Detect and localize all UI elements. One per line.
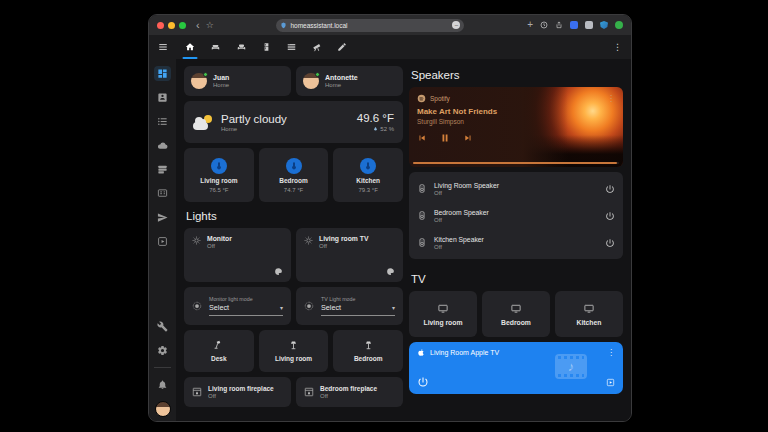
sidebar-item-dashboard[interactable] [154,66,171,81]
new-tab-icon[interactable]: + [527,20,533,30]
desk-lamp-icon [213,340,224,351]
zoom-window-button[interactable] [179,22,186,29]
bookmark-star-icon[interactable]: ☆ [206,21,214,30]
extension-icon-shield[interactable] [600,21,608,29]
light-card-monitor[interactable]: Monitor Off [184,228,291,282]
light-card-desk[interactable]: Desk [184,330,254,372]
tv-card-kitchen[interactable]: Kitchen [555,291,623,337]
history-icon[interactable] [540,21,548,29]
tab-living-room[interactable] [210,35,221,59]
power-toggle-button[interactable] [605,211,615,221]
thermometer-icon [360,158,376,174]
tab-telescope[interactable] [312,35,322,59]
close-window-button[interactable] [157,22,164,29]
dashboard-icon [157,68,168,79]
temp-card-bedroom[interactable]: Bedroom 74.7 °F [259,148,329,202]
sidebar-item-automations[interactable] [154,210,171,225]
speaker-row-living-room[interactable]: Living Room Speaker Off [417,175,615,202]
status-dot [203,72,208,77]
temp-value: 79.3 °F [358,187,377,193]
sidebar-item-developer-tools[interactable] [154,319,171,334]
power-toggle-button[interactable] [605,184,615,194]
device-grid-icon [157,188,168,199]
light-name: Bedroom [354,355,383,362]
person-card-antonette[interactable]: Antonette Home [296,66,403,96]
sidebar-item-logbook[interactable] [154,114,171,129]
sidebar-item-cloud[interactable] [154,138,171,153]
apple-tv-power-button[interactable] [417,376,429,388]
sidebar-item-settings[interactable] [154,343,171,358]
apple-tv-browse-media-button[interactable] [606,378,615,387]
tv-room-name: Kitchen [577,319,602,326]
right-column: Speakers Spotify ⋮ Make Art Not Friends … [409,66,623,415]
speaker-name: Bedroom Speaker [434,209,489,216]
power-toggle-button[interactable] [605,238,615,248]
pause-button[interactable] [439,132,451,144]
share-icon[interactable] [555,21,563,29]
tv-icon [510,303,522,314]
person-card-juan[interactable]: Juan Home [184,66,291,96]
select-input[interactable]: Select ▾ [209,303,283,312]
weather-card[interactable]: Partly cloudy Home 49.6 °F 52 % [184,101,403,143]
previous-track-button[interactable] [417,133,427,143]
temp-value: 76.5 °F [209,187,228,193]
spotify-media-player-card[interactable]: Spotify ⋮ Make Art Not Friends Sturgill … [409,87,623,167]
address-bar[interactable]: homeassistant.local – [276,19,464,32]
overflow-menu-icon[interactable]: ⋮ [613,42,622,52]
next-track-button[interactable] [463,133,473,143]
sidebar-item-devices[interactable] [154,186,171,201]
light-card-living-room[interactable]: Living room [259,330,329,372]
color-palette-icon[interactable] [386,267,395,276]
person-name: Antonette [325,74,358,81]
media-progress-bar[interactable] [413,162,619,164]
permissions-icon[interactable]: – [452,21,460,29]
temp-card-living-room[interactable]: Living room 76.5 °F [184,148,254,202]
fireplace-card-living-room[interactable]: Living room fireplace Off [184,377,291,407]
tab-appliances[interactable] [262,35,271,59]
color-palette-icon[interactable] [274,267,283,276]
brightness-mode-icon [192,301,202,311]
extension-icon-gray[interactable] [585,21,593,29]
temp-room: Kitchen [356,177,380,184]
extension-icon-blue[interactable] [570,21,578,29]
fireplace-icon [192,387,202,397]
apple-tv-kebab-icon[interactable]: ⋮ [607,348,615,357]
tab-edit[interactable] [337,35,347,59]
select-input[interactable]: Select ▾ [321,303,395,312]
ha-top-nav: ⋮ [149,35,631,59]
speaker-name: Kitchen Speaker [434,236,484,243]
apple-tv-card[interactable]: Living Room Apple TV ⋮ ♪ [409,342,623,394]
back-icon[interactable]: ‹ [196,20,200,31]
speaker-icon [417,237,427,248]
speaker-row-bedroom[interactable]: Bedroom Speaker Off [417,202,615,229]
fireplace-card-bedroom[interactable]: Bedroom fireplace Off [296,377,403,407]
fireplace-name: Bedroom fireplace [320,385,377,392]
sidebar-item-people[interactable] [154,90,171,105]
speaker-state: Off [434,217,489,223]
light-card-living-room-tv[interactable]: Living room TV Off [296,228,403,282]
light-name: Living room [275,355,312,362]
notifications-button[interactable] [154,377,171,392]
url-text: homeassistant.local [290,22,347,29]
minimize-window-button[interactable] [168,22,175,29]
sidebar-item-news[interactable] [154,162,171,177]
user-profile-avatar[interactable] [155,401,171,417]
sidebar-item-media[interactable] [154,234,171,249]
tv-card-bedroom[interactable]: Bedroom [482,291,550,337]
gear-icon [157,345,168,356]
light-name: Living room TV [319,235,368,242]
light-card-bedroom[interactable]: Bedroom [333,330,403,372]
tab-bedroom[interactable] [236,35,247,59]
temp-card-kitchen[interactable]: Kitchen 79.3 °F [333,148,403,202]
thermometer-icon [211,158,227,174]
person-status: Home [213,82,229,88]
tv-card-living-room[interactable]: Living room [409,291,477,337]
tab-home[interactable] [185,35,195,59]
speaker-row-kitchen[interactable]: Kitchen Speaker Off [417,229,615,256]
media-kebab-icon[interactable]: ⋮ [607,94,615,103]
person-name: Juan [213,74,229,81]
speaker-icon [417,183,427,194]
tab-network[interactable] [286,35,297,59]
sidebar-menu-button[interactable] [149,42,176,52]
extension-icon-green[interactable] [615,21,623,29]
